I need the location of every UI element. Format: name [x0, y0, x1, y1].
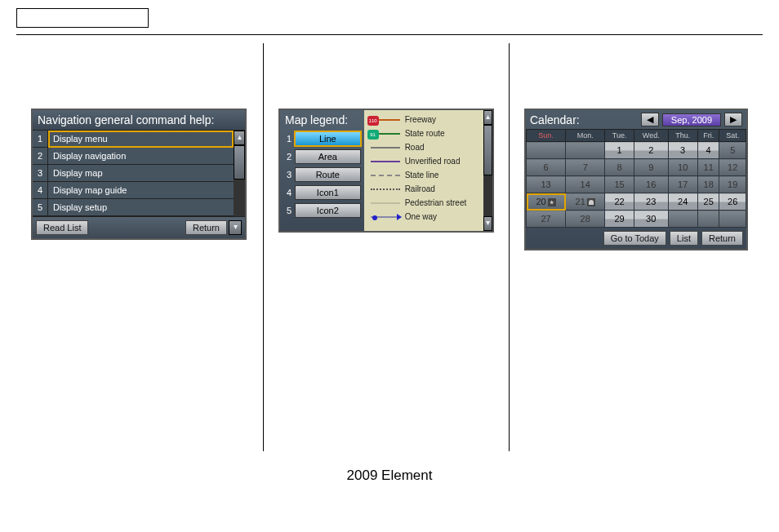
map-legend-title: Map legend:: [280, 110, 364, 130]
interstate-shield-icon: 110: [367, 116, 379, 126]
scroll-up-icon[interactable]: ▴: [234, 131, 245, 145]
oneway-dot-icon: [372, 215, 377, 220]
nav-idx: 3: [33, 165, 48, 182]
legend-label: One way: [405, 212, 437, 221]
calendar-day: [527, 142, 566, 159]
calendar-day[interactable]: 1: [605, 142, 634, 159]
legend-btn-icon2[interactable]: Icon2: [295, 203, 361, 218]
next-month-button[interactable]: ▶: [724, 113, 742, 126]
calendar-day[interactable]: 5: [719, 142, 746, 159]
calendar-day[interactable]: 7: [566, 159, 605, 176]
calendar-day[interactable]: 30: [634, 211, 668, 228]
calendar-dow: Thu.: [668, 130, 697, 142]
calendar-day[interactable]: 27: [527, 211, 566, 228]
calendar-day[interactable]: 13: [527, 176, 566, 193]
columns: Navigation general command help: 1Displa…: [16, 43, 763, 451]
calendar-day[interactable]: 3: [668, 142, 697, 159]
legend-scrollbar[interactable]: ▴ ▾: [483, 110, 492, 231]
legend-label: Unverified road: [405, 157, 461, 166]
col-1: Navigation general command help: 1Displa…: [16, 43, 263, 451]
month-label[interactable]: Sep, 2009: [662, 113, 721, 126]
col-2: Map legend: 1Line 2Area 3Route 4Icon1 5I…: [263, 43, 510, 451]
header-box: [16, 8, 149, 28]
calendar-day[interactable]: 19: [719, 176, 746, 193]
nav-item-display-map[interactable]: Display map: [48, 165, 234, 182]
calendar-title: Calendar:: [530, 113, 580, 126]
legend-btn-line[interactable]: Line: [295, 131, 361, 146]
legend-label: Railroad: [405, 184, 435, 193]
calendar-day[interactable]: 9: [634, 159, 668, 176]
state-shield-icon: 91: [367, 130, 379, 140]
nav-item-display-menu[interactable]: Display menu: [48, 131, 234, 148]
calendar-dow: Tue.: [605, 130, 634, 142]
nav-item-display-navigation[interactable]: Display navigation: [48, 148, 234, 165]
calendar-day[interactable]: 16: [634, 176, 668, 193]
oneway-arrow-icon: [397, 214, 402, 220]
legend-btn-icon1[interactable]: Icon1: [295, 185, 361, 200]
nav-idx: 1: [33, 131, 48, 148]
calendar-day[interactable]: 25: [697, 193, 719, 211]
calendar-day[interactable]: 22: [605, 193, 634, 211]
calendar-day[interactable]: 12: [719, 159, 746, 176]
calendar-day[interactable]: 10: [668, 159, 697, 176]
calendar-day[interactable]: 20: [527, 193, 566, 211]
legend-label: Road: [405, 143, 425, 152]
map-legend-panel: Map legend: 1Line 2Area 3Route 4Icon1 5I…: [278, 109, 494, 233]
calendar-day: [719, 211, 746, 228]
calendar-day[interactable]: 6: [527, 159, 566, 176]
calendar-dow: Wed.: [634, 130, 668, 142]
calendar-day[interactable]: 11: [697, 159, 719, 176]
calendar-day[interactable]: 29: [605, 211, 634, 228]
scroll-thumb[interactable]: [483, 125, 492, 175]
nav-idx: 5: [33, 199, 48, 216]
calendar-day[interactable]: 24: [668, 193, 697, 211]
nav-help-body: 1Display menu 2Display navigation 3Displ…: [33, 130, 245, 216]
calendar-grid: Sun.Mon.Tue.Wed.Thu.Fri.Sat. 12345678910…: [526, 129, 746, 228]
read-list-button[interactable]: Read List: [36, 220, 88, 235]
nav-item-display-setup[interactable]: Display setup: [48, 199, 234, 216]
legend-label: State route: [405, 129, 445, 138]
legend-label: State line: [405, 171, 439, 180]
return-button[interactable]: Return: [185, 220, 227, 235]
calendar-day: [697, 211, 719, 228]
go-to-today-button[interactable]: Go to Today: [603, 231, 666, 246]
legend-btn-area[interactable]: Area: [295, 149, 361, 164]
prev-month-button[interactable]: ◀: [641, 113, 659, 126]
nav-help-title: Navigation general command help:: [33, 110, 245, 130]
legend-label: Freeway: [405, 115, 436, 124]
nav-item-display-map-guide[interactable]: Display map guide: [48, 182, 234, 199]
list-button[interactable]: List: [670, 231, 698, 246]
calendar-day[interactable]: 4: [697, 142, 719, 159]
calendar-day[interactable]: 18: [697, 176, 719, 193]
calendar-day[interactable]: 2: [634, 142, 668, 159]
scroll-down-icon[interactable]: ▾: [483, 216, 492, 231]
calendar-day[interactable]: 14: [566, 176, 605, 193]
calendar-day: [566, 142, 605, 159]
calendar-day[interactable]: 15: [605, 176, 634, 193]
scroll-up-icon[interactable]: ▴: [483, 110, 492, 125]
calendar-day[interactable]: 8: [605, 159, 634, 176]
calendar-day[interactable]: 26: [719, 193, 746, 211]
divider: [16, 34, 763, 35]
scroll-thumb[interactable]: [234, 145, 245, 180]
footer-text: 2009 Element: [16, 468, 763, 484]
calendar-day[interactable]: 23: [634, 193, 668, 211]
nav-help-panel: Navigation general command help: 1Displa…: [31, 109, 247, 240]
calendar-day[interactable]: 17: [668, 176, 697, 193]
calendar-dow: Mon.: [566, 130, 605, 142]
legend-key: 110Freeway 91State route Road Unverified…: [364, 110, 484, 231]
nav-idx: 4: [33, 182, 48, 199]
calendar-day[interactable]: 21: [566, 193, 605, 211]
return-button[interactable]: Return: [701, 231, 743, 246]
person-icon: [587, 198, 595, 206]
calendar-day: [668, 211, 697, 228]
legend-label: Pedestrian street: [405, 198, 467, 207]
calendar-dow: Fri.: [697, 130, 719, 142]
legend-btn-route[interactable]: Route: [295, 167, 361, 182]
calendar-day[interactable]: 28: [566, 211, 605, 228]
nav-scrollbar[interactable]: ▴: [234, 131, 245, 216]
scroll-down-icon[interactable]: ▾: [229, 220, 242, 235]
calendar-dow: Sun.: [527, 130, 566, 142]
nav-idx: 2: [33, 148, 48, 165]
calendar-dow: Sat.: [719, 130, 746, 142]
